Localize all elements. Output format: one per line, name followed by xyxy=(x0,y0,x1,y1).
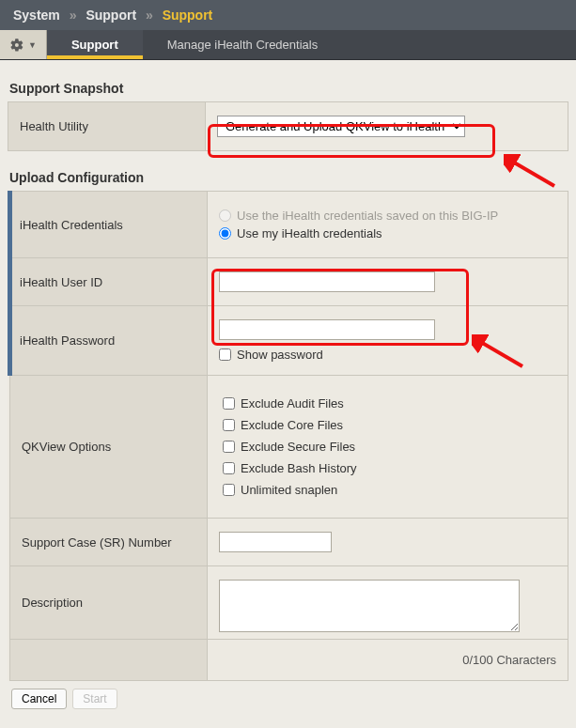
radio-saved-credentials: Use the iHealth credentials saved on thi… xyxy=(219,209,556,223)
radio-saved-credentials-text: Use the iHealth credentials saved on thi… xyxy=(237,209,498,223)
show-password-text: Show password xyxy=(237,348,323,362)
ihealth-password-input[interactable] xyxy=(219,319,435,340)
settings-menu-button[interactable]: ▼ xyxy=(0,30,47,59)
qkview-option[interactable]: Exclude Core Files xyxy=(223,418,553,432)
qkview-option-checkbox[interactable] xyxy=(223,462,235,474)
health-utility-select[interactable]: Generate and Upload QKView to iHealth xyxy=(217,116,465,137)
ihealth-userid-input[interactable] xyxy=(219,271,435,292)
radio-my-credentials-text: Use my iHealth credentials xyxy=(237,226,382,240)
breadcrumb-separator: » xyxy=(70,8,77,23)
show-password-checkbox[interactable] xyxy=(219,349,231,361)
section-heading-snapshot: Support Snapshot xyxy=(8,75,568,101)
qkview-option[interactable]: Exclude Bash History xyxy=(223,461,553,475)
breadcrumb-current: Support xyxy=(163,8,213,23)
ihealth-userid-label: iHealth User ID xyxy=(10,258,208,306)
start-button: Start xyxy=(72,689,117,709)
description-textarea[interactable] xyxy=(219,580,520,632)
cancel-button[interactable]: Cancel xyxy=(11,689,67,709)
breadcrumb: System » Support » Support xyxy=(0,0,576,30)
qkview-option-text: Unlimited snaplen xyxy=(241,483,337,497)
radio-saved-credentials-input xyxy=(219,209,231,222)
char-counter: 0/100 Characters xyxy=(208,640,568,681)
qkview-option-checkbox[interactable] xyxy=(223,397,235,410)
ihealth-password-label: iHealth Password xyxy=(10,306,208,376)
radio-my-credentials-input[interactable] xyxy=(219,227,231,240)
tab-support[interactable]: Support xyxy=(47,30,143,59)
tab-manage-credentials[interactable]: Manage iHealth Credentials xyxy=(143,30,342,59)
breadcrumb-separator: » xyxy=(146,8,153,23)
qkview-options-label: QKView Options xyxy=(10,376,208,519)
chevron-down-icon: ▼ xyxy=(28,40,37,50)
qkview-option-checkbox[interactable] xyxy=(223,419,235,431)
description-label: Description xyxy=(10,566,208,640)
qkview-option[interactable]: Unlimited snaplen xyxy=(223,483,553,497)
qkview-option[interactable]: Exclude Audit Files xyxy=(223,396,553,410)
qkview-option-text: Exclude Core Files xyxy=(241,418,343,432)
ihealth-credentials-label: iHealth Credentials xyxy=(10,192,208,258)
qkview-option-text: Exclude Secure Files xyxy=(241,440,355,454)
qkview-option-text: Exclude Audit Files xyxy=(241,396,344,410)
section-heading-upload: Upload Configuration xyxy=(8,164,568,191)
qkview-option-text: Exclude Bash History xyxy=(241,461,357,475)
qkview-option-checkbox[interactable] xyxy=(223,441,235,453)
sr-number-label: Support Case (SR) Number xyxy=(10,519,208,566)
gear-icon xyxy=(9,38,24,53)
breadcrumb-item[interactable]: System xyxy=(13,8,60,23)
qkview-option-checkbox[interactable] xyxy=(223,484,235,496)
breadcrumb-item[interactable]: Support xyxy=(86,8,136,23)
radio-my-credentials[interactable]: Use my iHealth credentials xyxy=(219,226,556,240)
qkview-option[interactable]: Exclude Secure Files xyxy=(223,440,553,454)
tab-bar: ▼ Support Manage iHealth Credentials xyxy=(0,30,576,60)
show-password-check[interactable]: Show password xyxy=(219,348,323,362)
sr-number-input[interactable] xyxy=(219,532,332,552)
health-utility-label: Health Utility xyxy=(8,102,206,151)
